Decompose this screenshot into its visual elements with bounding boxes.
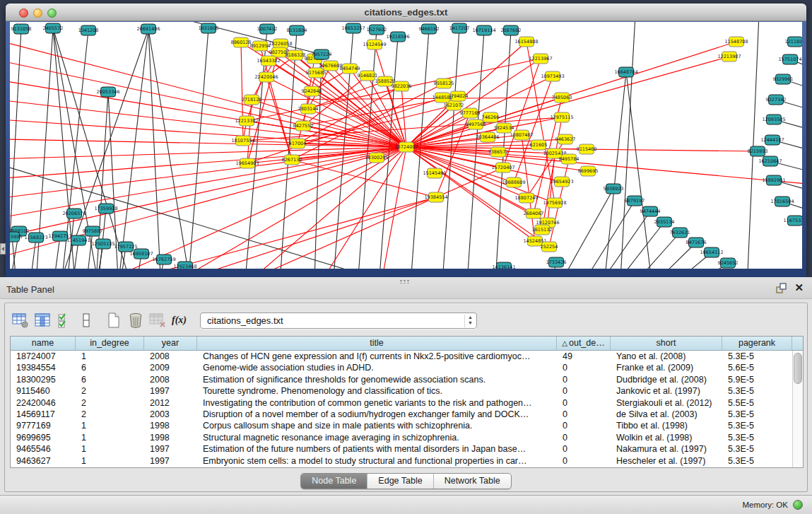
table-cell[interactable]: 9463627	[11, 455, 76, 467]
network-node[interactable]: 17016504	[770, 197, 794, 206]
network-node[interactable]: 746266	[482, 112, 500, 122]
network-node[interactable]: 14136141	[492, 262, 515, 269]
network-node[interactable]: 18807249	[514, 193, 538, 203]
table-cell[interactable]: 22420046	[11, 397, 76, 409]
table-cell[interactable]: 5.3E-5	[722, 351, 792, 362]
network-node[interactable]: 2803144	[298, 104, 319, 114]
table-cell[interactable]: Franke et al. (2009)	[611, 362, 722, 373]
table-cell[interactable]: 0	[557, 432, 611, 443]
network-node[interactable]: 12213967	[529, 54, 552, 64]
table-cell[interactable]: 0	[557, 397, 611, 409]
table-cell[interactable]: 9777169	[11, 420, 76, 431]
network-node[interactable]: 8427552	[293, 121, 314, 131]
network-node[interactable]: 1733426	[546, 257, 567, 267]
column-header-short[interactable]: short	[611, 337, 722, 350]
network-node[interactable]: 2684067	[524, 209, 544, 218]
network-node[interactable]: 15892901	[762, 175, 785, 185]
network-node[interactable]: 8471676	[686, 238, 707, 247]
column-header-title[interactable]: title	[197, 337, 557, 350]
table-cell[interactable]: Nakamura et al. (1997)	[611, 443, 722, 455]
citation-edge-red[interactable]	[10, 147, 406, 202]
column-header-name[interactable]: name	[11, 337, 76, 350]
table-cell[interactable]: Hescheler et al. (1997)	[611, 455, 722, 467]
citation-edge-black[interactable]	[619, 22, 635, 269]
column-header-year[interactable]: year	[144, 337, 197, 350]
citation-edge-black[interactable]	[187, 28, 208, 269]
network-node[interactable]: 1527602	[367, 25, 387, 35]
network-node[interactable]: 1341208	[78, 25, 99, 35]
vertical-scrollbar[interactable]	[792, 351, 803, 467]
network-node[interactable]: 18300295	[365, 153, 388, 163]
network-node[interactable]: 12444187	[760, 135, 784, 145]
network-node[interactable]: 8912954	[250, 41, 271, 51]
citation-edge-red[interactable]	[10, 147, 406, 181]
network-node[interactable]: 9242848	[302, 86, 322, 96]
table-cell[interactable]: 1	[76, 443, 144, 455]
network-node[interactable]: 417004	[289, 139, 307, 148]
table-cell[interactable]: Corpus callosum shape and size in male p…	[197, 420, 557, 431]
network-node[interactable]: 15124549	[363, 40, 386, 49]
table-settings-button[interactable]	[9, 309, 31, 332]
network-node[interactable]: 2087682	[501, 25, 522, 35]
table-cell[interactable]: 5.3E-5	[722, 455, 792, 467]
network-node[interactable]: 10654112	[700, 247, 723, 257]
table-cell[interactable]: 9699695	[11, 432, 76, 443]
network-node[interactable]: 16958107	[129, 249, 153, 259]
table-cell[interactable]: 0	[557, 385, 611, 397]
network-node[interactable]: 10653257	[341, 23, 365, 33]
tab-network-table[interactable]: Network Table	[434, 474, 511, 489]
table-cell[interactable]: 0	[557, 374, 611, 385]
network-node[interactable]: 8131804	[287, 25, 307, 35]
table-cell[interactable]: 1998	[144, 432, 197, 443]
network-node[interactable]: 9699695	[578, 166, 599, 176]
network-node[interactable]: 9329961	[773, 74, 794, 84]
table-row[interactable]: 977716911998Corpus callosum shape and si…	[11, 420, 803, 431]
network-node[interactable]: 19756928	[543, 198, 566, 208]
table-cell[interactable]: 5.3E-5	[722, 432, 792, 443]
network-node[interactable]: 5938923	[604, 184, 624, 194]
network-node[interactable]: 5175685	[306, 68, 326, 78]
close-panel-icon[interactable]: ✕	[794, 282, 804, 293]
network-node[interactable]: 3315905	[10, 232, 22, 242]
table-cell[interactable]: 18724007	[11, 351, 76, 362]
table-cell[interactable]: 14569117	[11, 409, 76, 420]
column-header-in_degree[interactable]: in_degree	[76, 337, 144, 350]
table-cell[interactable]: 2	[76, 385, 144, 397]
table-cell[interactable]: 1997	[144, 385, 197, 397]
table-cell[interactable]: 5.9E-5	[722, 374, 792, 385]
network-node[interactable]: 2935114	[654, 217, 675, 227]
table-cell[interactable]: Changes of HCN gene expression and I(f) …	[197, 351, 557, 362]
network-node[interactable]: 19218596	[386, 32, 409, 42]
table-row[interactable]: 946554611997Estimation of the future num…	[11, 443, 803, 455]
window-titlebar[interactable]: citations_edges.txt	[6, 4, 806, 21]
citation-edge-red[interactable]	[247, 61, 269, 121]
network-node[interactable]: 1615132	[532, 225, 553, 235]
network-node[interactable]: 9822036	[392, 81, 412, 91]
network-node[interactable]: 9777169	[460, 108, 481, 118]
network-node[interactable]: 2718120	[242, 95, 262, 105]
function-builder-button[interactable]: f(x)	[168, 309, 190, 332]
network-node[interactable]: 8186328	[286, 50, 306, 60]
table-cell[interactable]: 1	[76, 432, 144, 443]
table-cell[interactable]: 2	[76, 397, 144, 409]
table-cell[interactable]: 1997	[144, 455, 197, 467]
network-node[interactable]: 16648784	[614, 67, 637, 77]
network-node[interactable]: 7485063	[552, 93, 572, 103]
scrollbar-thumb[interactable]	[794, 353, 802, 384]
table-selector-dropdown[interactable]: citations_edges.txt ▲▼	[200, 313, 477, 329]
network-canvas[interactable]: 1872400788601288912954182260589827509818…	[10, 22, 802, 269]
citation-edge-red[interactable]	[247, 121, 406, 147]
table-cell[interactable]: 5.5E-5	[722, 397, 792, 409]
network-node[interactable]: 3824534	[494, 123, 514, 133]
citation-edge-red[interactable]	[252, 100, 406, 147]
network-node[interactable]: 8267130	[282, 155, 302, 165]
table-cell[interactable]: 6	[76, 362, 144, 373]
network-node[interactable]: 1007412	[257, 24, 278, 34]
table-cell[interactable]: Disruption of a novel member of a sodium…	[197, 409, 557, 420]
network-node[interactable]: 20206576	[62, 209, 86, 218]
table-row[interactable]: 969969511998Structural magnetic resonanc…	[11, 432, 803, 443]
citation-edge-red[interactable]	[307, 147, 406, 269]
network-node[interactable]: 7386572	[488, 147, 509, 157]
table-cell[interactable]: Investigating the contribution of common…	[197, 397, 557, 409]
table-cell[interactable]: Jankovic et al. (1997)	[611, 385, 722, 397]
